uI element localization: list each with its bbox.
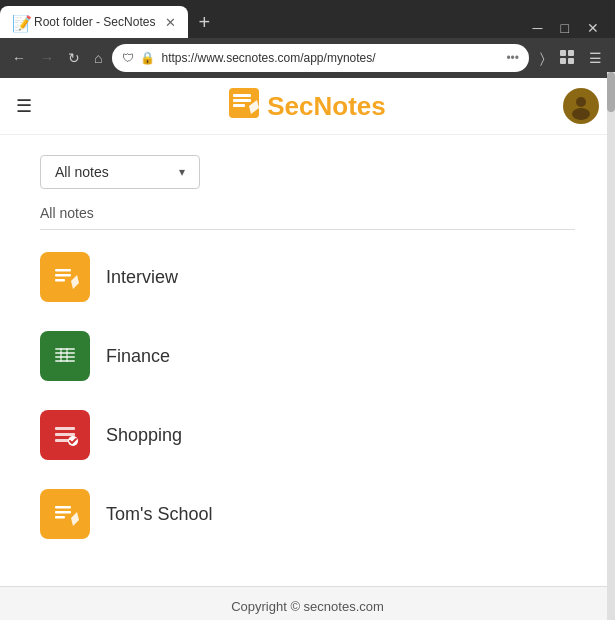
shopping-icon (40, 410, 90, 460)
hamburger-button[interactable]: ☰ (16, 95, 32, 117)
section-label: All notes (40, 205, 575, 230)
notes-list: Interview (40, 238, 575, 554)
tab-close-button[interactable]: ✕ (165, 15, 176, 30)
finance-label: Finance (106, 346, 170, 367)
svg-rect-13 (55, 274, 71, 277)
url-more-button[interactable]: ••• (506, 51, 519, 65)
shopping-label: Shopping (106, 425, 182, 446)
logo-text: SecNotes (267, 91, 386, 122)
footer-text: Copyright © secnotes.com (231, 599, 384, 614)
logo-area: SecNotes (229, 88, 386, 124)
svg-rect-0 (560, 50, 566, 56)
logo-icon (229, 88, 259, 124)
url-text: https://www.secnotes.com/app/mynotes/ (161, 51, 500, 65)
minimize-button[interactable]: ─ (525, 18, 551, 38)
app-main: All notes ▾ All notes (0, 135, 615, 586)
back-button[interactable]: ← (8, 48, 30, 68)
list-item[interactable]: Finance (40, 317, 575, 396)
logo-notes: Notes (314, 91, 386, 121)
maximize-button[interactable]: □ (553, 18, 577, 38)
url-bar[interactable]: 🛡 🔒 https://www.secnotes.com/app/mynotes… (112, 44, 529, 72)
avatar[interactable] (563, 88, 599, 124)
scrollbar-thumb[interactable] (607, 72, 615, 112)
tab-title: Root folder - SecNotes (34, 15, 155, 29)
active-tab[interactable]: 📝 Root folder - SecNotes ✕ (0, 6, 188, 38)
svg-point-9 (576, 97, 586, 107)
interview-icon (40, 252, 90, 302)
svg-rect-25 (55, 439, 69, 442)
svg-rect-1 (568, 50, 574, 56)
menu-button[interactable]: ☰ (584, 48, 607, 68)
svg-rect-12 (55, 269, 71, 272)
interview-label: Interview (106, 267, 178, 288)
list-item[interactable]: Tom's School (40, 475, 575, 554)
svg-rect-14 (55, 279, 65, 282)
logo-sec: Sec (267, 91, 313, 121)
puzzle-icon[interactable] (554, 47, 580, 70)
finance-icon (40, 331, 90, 381)
svg-rect-5 (233, 94, 251, 97)
svg-rect-18 (55, 356, 75, 358)
shield-icon: 🛡 (122, 51, 134, 65)
svg-rect-17 (55, 352, 75, 354)
forward-button[interactable]: → (36, 48, 58, 68)
home-button[interactable]: ⌂ (90, 48, 106, 68)
svg-point-10 (572, 108, 590, 120)
app-container: ☰ SecNotes (0, 78, 615, 620)
app-footer: Copyright © secnotes.com (0, 586, 615, 620)
app-header: ☰ SecNotes (0, 78, 615, 135)
svg-rect-7 (233, 104, 245, 107)
toms-school-icon (40, 489, 90, 539)
svg-rect-3 (568, 58, 574, 64)
svg-rect-24 (55, 433, 75, 436)
svg-rect-6 (233, 99, 251, 102)
list-item[interactable]: Shopping (40, 396, 575, 475)
reload-button[interactable]: ↻ (64, 48, 84, 68)
svg-rect-19 (55, 360, 75, 362)
svg-rect-30 (55, 516, 65, 519)
svg-rect-23 (55, 427, 75, 430)
svg-rect-16 (55, 348, 75, 350)
dropdown-container: All notes ▾ (40, 155, 575, 189)
list-item[interactable]: Interview (40, 238, 575, 317)
svg-rect-2 (560, 58, 566, 64)
lock-icon: 🔒 (140, 51, 155, 65)
svg-rect-29 (55, 511, 71, 514)
chevron-down-icon: ▾ (179, 165, 185, 179)
close-button[interactable]: ✕ (579, 18, 607, 38)
dropdown-label: All notes (55, 164, 109, 180)
all-notes-dropdown[interactable]: All notes ▾ (40, 155, 200, 189)
svg-rect-28 (55, 506, 71, 509)
tab-favicon: 📝 (12, 14, 28, 30)
new-tab-button[interactable]: + (188, 6, 220, 38)
toms-school-label: Tom's School (106, 504, 212, 525)
extensions-button[interactable]: 〉 (535, 48, 550, 69)
scrollbar[interactable] (607, 72, 615, 620)
